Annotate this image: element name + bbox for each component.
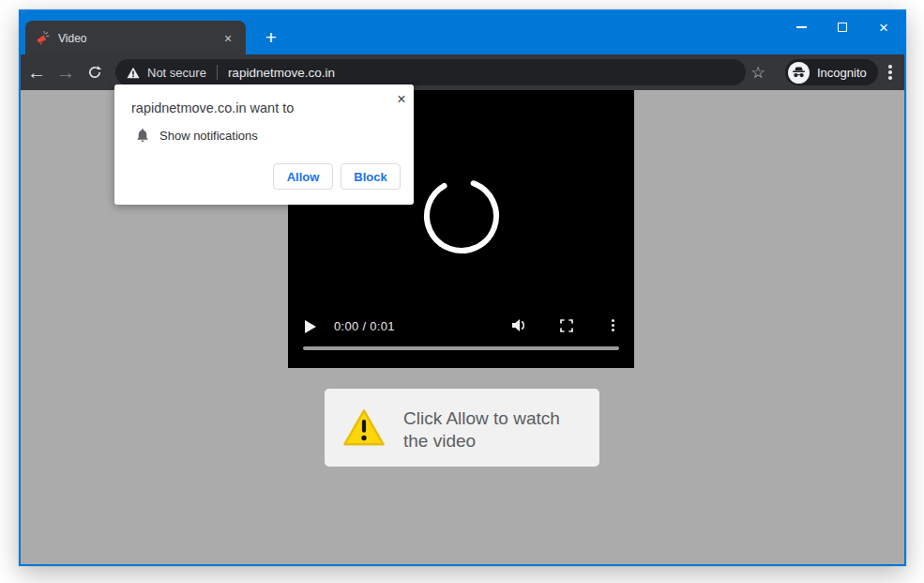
close-window-icon: ×	[879, 20, 888, 36]
notification-permission-dialog: × rapidnetmove.co.in want to Show notifi…	[114, 84, 414, 205]
reload-button[interactable]	[81, 58, 109, 86]
menu-dot	[612, 329, 614, 331]
minimize-icon	[796, 26, 807, 28]
allow-button[interactable]: Allow	[273, 163, 333, 190]
bell-icon	[136, 128, 149, 143]
reload-icon	[87, 65, 102, 80]
bookmark-star-button[interactable]: ☆	[744, 58, 772, 86]
tab-close-icon[interactable]: ×	[220, 30, 236, 47]
menu-dot	[612, 319, 614, 322]
warning-triangle-icon	[342, 407, 386, 448]
menu-dot	[888, 76, 892, 80]
url-text: rapidnetmove.co.in	[228, 66, 335, 80]
not-secure-warning-icon	[127, 67, 140, 79]
volume-icon[interactable]	[512, 318, 528, 332]
tab-title: Video	[58, 32, 220, 45]
incognito-label: Incognito	[817, 66, 867, 80]
address-bar[interactable]: Not secure rapidnetmove.co.in	[115, 59, 746, 85]
back-button[interactable]: ←	[23, 58, 51, 86]
menu-dot	[888, 65, 892, 69]
notice-line-1: Click Allow to watch	[403, 407, 560, 430]
forward-button[interactable]: →	[52, 58, 80, 86]
play-button-icon[interactable]	[304, 320, 317, 333]
maximize-icon	[838, 23, 847, 32]
minimize-button[interactable]	[780, 13, 822, 41]
notice-text: Click Allow to watch the video	[403, 407, 560, 453]
menu-dot	[612, 324, 614, 327]
incognito-icon	[792, 66, 806, 79]
incognito-avatar	[788, 62, 810, 84]
dialog-close-icon[interactable]: ×	[391, 89, 412, 110]
new-tab-button[interactable]: +	[255, 23, 287, 53]
notice-banner: Click Allow to watch the video	[325, 389, 599, 467]
dialog-title: rapidnetmove.co.in want to	[131, 100, 294, 115]
omnibox-divider	[217, 65, 218, 80]
megaphone-favicon-icon	[35, 31, 50, 46]
security-label: Not secure	[147, 66, 206, 80]
maximize-button[interactable]	[822, 13, 863, 41]
menu-dot	[888, 70, 892, 74]
video-overflow-menu-icon[interactable]	[610, 318, 615, 332]
title-bar: Video × + ×	[19, 9, 906, 54]
block-button[interactable]: Block	[341, 163, 401, 190]
video-progress-bar[interactable]	[303, 346, 619, 350]
video-time-display: 0:00 / 0:01	[334, 319, 395, 333]
fullscreen-icon[interactable]	[560, 319, 573, 332]
loading-spinner-icon	[415, 169, 508, 263]
close-window-button[interactable]: ×	[863, 13, 904, 41]
window-controls: ×	[780, 13, 904, 41]
browser-menu-button[interactable]	[876, 58, 904, 86]
incognito-badge: Incognito	[785, 59, 878, 85]
notice-line-2: the video	[403, 430, 560, 453]
browser-tab-video[interactable]: Video ×	[25, 21, 246, 55]
permission-request-label: Show notifications	[159, 129, 258, 143]
browser-window: Video × + × ← → Not secure rap	[19, 9, 906, 566]
permission-request-row: Show notifications	[136, 128, 258, 143]
